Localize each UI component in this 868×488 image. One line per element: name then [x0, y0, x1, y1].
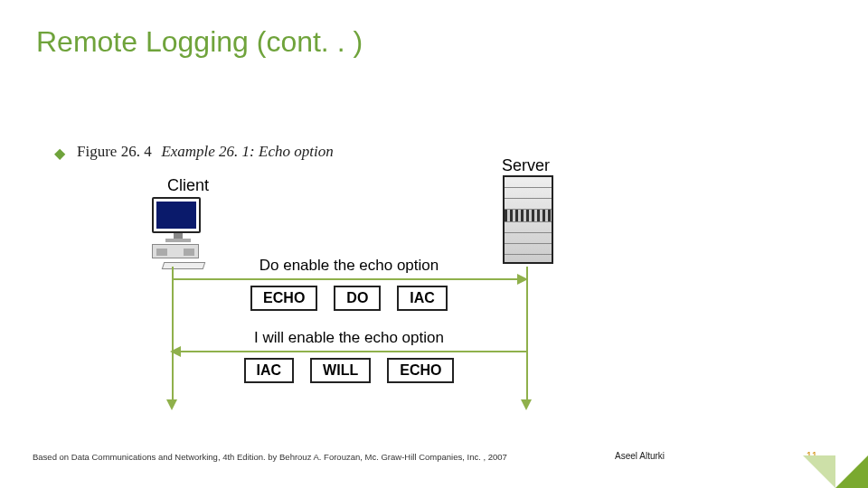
telnet-field: ECHO	[250, 286, 317, 311]
telnet-field: DO	[334, 286, 381, 311]
reply-message: I will enable the echo option IAC WILL E…	[172, 329, 526, 383]
server-label: Server	[502, 156, 550, 175]
figure-description: Example 26. 1: Echo option	[161, 143, 333, 160]
reply-caption: I will enable the echo option	[172, 329, 526, 347]
bullet-icon: ◆	[54, 145, 65, 162]
footer-author: Aseel Alturki	[615, 451, 665, 461]
slide-title: Remote Logging (cont. . )	[36, 25, 363, 59]
corner-decoration-icon	[835, 455, 868, 488]
figure-caption: Figure 26. 4 Example 26. 1: Echo option	[77, 143, 334, 161]
telnet-field: IAC	[397, 286, 448, 311]
request-message: Do enable the echo option ECHO DO IAC	[172, 257, 526, 311]
figure-number: Figure 26. 4	[77, 143, 152, 160]
request-caption: Do enable the echo option	[172, 257, 526, 275]
arrow-right-icon	[172, 278, 526, 280]
client-label: Client	[167, 176, 209, 195]
arrowhead-icon	[521, 399, 532, 410]
arrowhead-icon	[166, 399, 177, 410]
arrow-left-icon	[172, 351, 526, 352]
server-timeline	[526, 267, 528, 402]
telnet-field: ECHO	[387, 358, 454, 383]
telnet-field: WILL	[310, 358, 371, 383]
telnet-field: IAC	[244, 358, 295, 383]
footer-citation: Based on Data Communications and Network…	[33, 452, 539, 463]
server-icon	[503, 175, 553, 264]
